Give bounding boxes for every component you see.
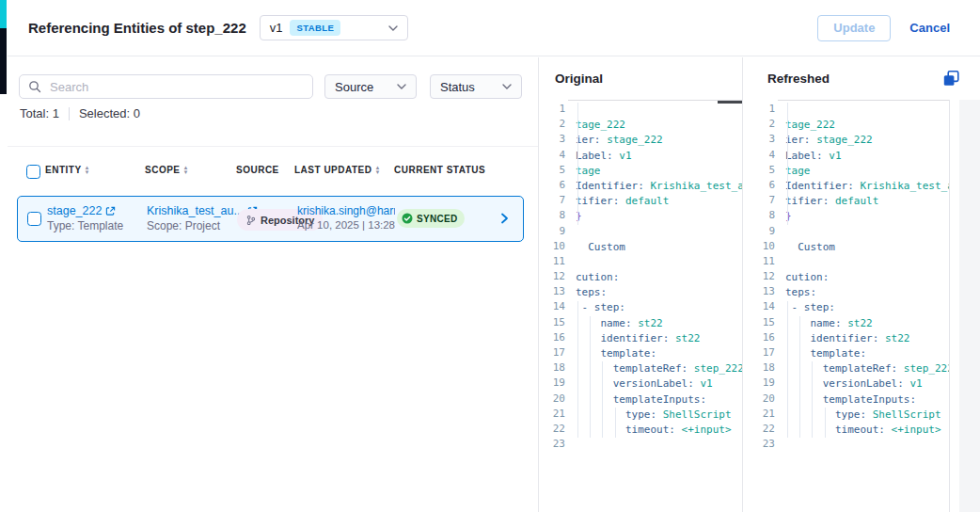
refreshed-code[interactable]: tage_222ier: stage_222Label: v1tageIdent… (778, 100, 949, 512)
line-number: 15 (744, 315, 775, 330)
code-line: Identifier: Krishika_test_aut (778, 179, 949, 194)
sort-icon[interactable]: ▲▼ (183, 166, 189, 175)
code-line: name: st22 (778, 316, 949, 331)
code-line: templateRef: step_222 (778, 361, 949, 376)
line-number: 8 (744, 208, 775, 223)
line-number: 22 (744, 422, 775, 437)
page-title: Referencing Entities of step_222 (28, 20, 246, 36)
line-number: 11 (540, 254, 565, 269)
line-number: 5 (540, 163, 565, 178)
code-line: template: (568, 346, 742, 361)
line-number: 17 (540, 345, 565, 360)
status-filter-dropdown[interactable]: Status (430, 74, 522, 99)
code-line: Identifier: Krishika_test_aut (568, 179, 742, 194)
search-input[interactable] (48, 79, 304, 95)
entity-cell: stage_222 Type: Template (47, 204, 123, 232)
column-header-last-updated[interactable]: LAST UPDATED ▲▼ (294, 165, 381, 175)
updated-at: Apr 10, 2025 | 13:28pm (297, 219, 395, 231)
git-repository-icon (245, 215, 256, 226)
original-code-area[interactable]: 1234567891011121314151617181920212223 ta… (540, 100, 742, 512)
selected-count: Selected: 0 (79, 106, 140, 120)
update-button[interactable]: Update (817, 15, 891, 41)
entity-type: Type: Template (47, 219, 123, 232)
chevron-right-icon[interactable] (500, 213, 509, 224)
referencing-entities-pane: Source Status Total: 1 Selected: 0 ENTIT… (8, 57, 539, 512)
table-header: ENTITY ▲▼ SCOPE ▲▼ SOURCE LAST UPDATED ▲… (8, 165, 530, 182)
original-code[interactable]: tage_222ier: stage_222Label: v1tageIdent… (568, 100, 742, 512)
scrollbar-track (959, 100, 980, 512)
line-number: 20 (540, 392, 565, 407)
line-number: 11 (744, 254, 775, 269)
updated-by-link[interactable]: krishika.singh@harnes... (297, 204, 395, 217)
code-line (778, 255, 949, 270)
select-all-checkbox[interactable] (26, 165, 40, 179)
line-number: 2 (540, 117, 565, 132)
line-number: 18 (744, 360, 775, 376)
line-number: 7 (744, 193, 775, 208)
chevron-down-icon (397, 84, 406, 89)
refreshed-panel-header: Refreshed (744, 57, 980, 100)
code-line: Custom (778, 240, 949, 255)
cancel-button[interactable]: Cancel (909, 21, 950, 35)
line-number: 23 (540, 437, 565, 452)
code-line: template: (778, 346, 949, 361)
code-line: templateInputs: (778, 392, 949, 408)
code-line: identifier: st22 (568, 331, 742, 346)
indent-guide (590, 316, 591, 439)
search-box (19, 74, 313, 99)
section-divider (8, 146, 538, 147)
counts-divider (69, 107, 70, 120)
line-number: 3 (744, 132, 775, 147)
code-line: cution: (778, 270, 949, 285)
last-updated-cell: krishika.singh@harnes... Apr 10, 2025 | … (297, 204, 395, 231)
line-number: 5 (744, 163, 775, 178)
indent-guide (577, 301, 578, 439)
row-checkbox[interactable] (27, 212, 41, 226)
code-line: - step: (568, 300, 742, 315)
code-line: teps: (778, 285, 949, 300)
indent-guide (812, 361, 813, 438)
refreshed-code-area[interactable]: 1234567891011121314151617181920212223 ta… (744, 100, 980, 512)
sort-icon[interactable]: ▲▼ (85, 166, 90, 175)
line-number: 23 (744, 437, 775, 452)
indent-guide (825, 408, 826, 438)
line-number: 22 (540, 422, 565, 437)
line-number: 19 (540, 376, 565, 391)
line-number: 20 (744, 392, 775, 407)
search-icon (28, 80, 41, 93)
line-number: 13 (540, 284, 565, 299)
stable-badge: STABLE (290, 20, 340, 36)
code-line: tifier: default (568, 194, 742, 209)
copy-icon (942, 70, 960, 88)
line-number: 18 (540, 360, 565, 376)
line-number: 2 (744, 117, 775, 132)
code-line: Label: v1 (568, 149, 742, 164)
entity-link[interactable]: stage_222 (47, 204, 123, 217)
column-header-scope[interactable]: SCOPE ▲▼ (145, 165, 189, 175)
horizontal-scrollbar-thumb[interactable] (718, 101, 742, 104)
line-number: 19 (744, 376, 775, 391)
code-line (778, 225, 949, 240)
code-line: versionLabel: v1 (568, 376, 742, 392)
original-yaml-panel: Original 1234567891011121314151617181920… (540, 57, 743, 512)
indent-guide (577, 103, 578, 225)
source-filter-dropdown[interactable]: Source (324, 74, 417, 99)
copy-button[interactable] (942, 70, 960, 88)
code-line: Custom (568, 240, 742, 255)
line-number: 3 (540, 132, 565, 147)
line-number: 6 (540, 178, 565, 193)
column-header-entity[interactable]: ENTITY ▲▼ (45, 165, 90, 175)
sort-icon[interactable]: ▲▼ (374, 166, 380, 175)
code-line: identifier: st22 (778, 331, 949, 346)
code-line: tage (568, 164, 742, 179)
table-row[interactable]: stage_222 Type: Template Krishika_test_a… (17, 196, 524, 242)
version-selector[interactable]: v1 STABLE (260, 15, 408, 40)
code-line: tage (778, 164, 949, 179)
code-line (568, 255, 742, 270)
line-number: 21 (744, 407, 775, 422)
code-line: tage_222 (778, 118, 949, 133)
line-number: 16 (540, 330, 565, 345)
code-line: timeout: <+input> (778, 423, 949, 438)
code-line: versionLabel: v1 (778, 376, 949, 392)
code-line: teps: (568, 285, 742, 300)
